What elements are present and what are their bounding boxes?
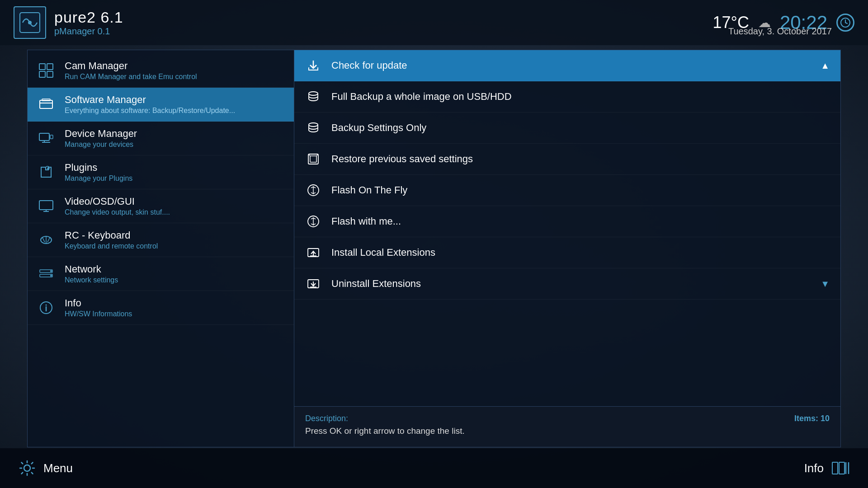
svg-point-1 — [28, 21, 32, 24]
info-title: Info — [65, 297, 132, 309]
device-manager-text: Device Manager Manage your devices — [65, 128, 137, 149]
desc-items: Items: 10 — [794, 414, 830, 423]
svg-rect-17 — [39, 201, 53, 210]
right-item-full-backup[interactable]: Full Backup a whole image on USB/HDD — [294, 81, 840, 113]
check-update-label: Check for update — [331, 60, 407, 71]
cam-manager-text: Cam Manager Run CAM Manager and take Emu… — [65, 60, 197, 81]
uninstall-ext-icon — [305, 276, 321, 292]
header-left: pure2 6.1 pManager 0.1 — [14, 6, 123, 39]
footer-menu-label: Menu — [43, 461, 73, 475]
svg-point-27 — [50, 275, 52, 277]
download-icon — [305, 57, 321, 74]
svg-rect-50 — [839, 462, 844, 474]
sidebar-item-plugins[interactable]: Plugins Manage your Plugins — [28, 155, 294, 189]
main-content: Cam Manager Run CAM Manager and take Emu… — [27, 50, 841, 447]
svg-rect-6 — [47, 64, 53, 70]
app-title: pure2 6.1 pManager 0.1 — [54, 9, 123, 37]
right-item-flash-fly[interactable]: Flash On The Fly — [294, 175, 840, 206]
uninstall-ext-label: Uninstall Extensions — [331, 278, 421, 290]
right-item-check-update[interactable]: Check for update ▲ — [294, 50, 840, 81]
svg-rect-49 — [832, 462, 838, 474]
info-text: Info HW/SW Informations — [65, 297, 132, 318]
flash-fly-icon — [305, 182, 321, 198]
desc-items-count: 10 — [821, 414, 830, 423]
device-manager-icon — [37, 129, 56, 148]
svg-rect-35 — [310, 156, 316, 162]
flash-me-label: Flash with me... — [331, 216, 401, 227]
backup-settings-label: Backup Settings Only — [331, 122, 426, 134]
software-manager-title: Software Manager — [65, 94, 235, 106]
svg-rect-8 — [47, 71, 53, 77]
svg-point-32 — [309, 92, 318, 95]
rc-keyboard-icon — [37, 230, 56, 249]
plugins-title: Plugins — [65, 162, 132, 174]
description-bar: Description: Items: 10 Press OK or right… — [294, 406, 840, 447]
video-osd-icon — [37, 197, 56, 216]
right-item-flash-me[interactable]: Flash with me... — [294, 206, 840, 237]
software-manager-icon — [37, 95, 56, 114]
video-osd-title: Video/OSD/GUI — [65, 196, 170, 207]
svg-rect-9 — [40, 100, 52, 108]
svg-line-23 — [47, 238, 50, 242]
flash-fly-label: Flash On The Fly — [331, 184, 407, 196]
svg-point-26 — [50, 270, 52, 272]
sidebar-item-device-manager[interactable]: Device Manager Manage your devices — [28, 122, 294, 155]
install-ext-label: Install Local Extensions — [331, 247, 435, 258]
sidebar-item-info[interactable]: Info HW/SW Informations — [28, 291, 294, 325]
right-item-install-ext[interactable]: Install Local Extensions — [294, 237, 840, 268]
plugins-icon — [37, 163, 56, 182]
rc-keyboard-desc: Keyboard and remote control — [65, 242, 158, 250]
footer-info-label: Info — [804, 461, 824, 475]
device-manager-title: Device Manager — [65, 128, 137, 140]
full-backup-label: Full Backup a whole image on USB/HDD — [331, 91, 512, 103]
rc-keyboard-text: RC - Keyboard Keyboard and remote contro… — [65, 230, 158, 250]
clock-icon — [836, 14, 854, 32]
software-manager-text: Software Manager Everything about softwa… — [65, 94, 235, 115]
right-panel: Check for update ▲ Full Backup a whole i… — [294, 50, 841, 447]
sidebar-item-cam-manager[interactable]: Cam Manager Run CAM Manager and take Emu… — [28, 54, 294, 88]
device-manager-desc: Manage your devices — [65, 141, 137, 149]
software-manager-desc: Everything about software: Backup/Restor… — [65, 107, 235, 115]
sidebar-item-rc-keyboard[interactable]: RC - Keyboard Keyboard and remote contro… — [28, 223, 294, 257]
restore-label: Restore previous saved settings — [331, 153, 473, 165]
footer-info-button[interactable]: Info — [804, 459, 850, 478]
check-update-arrow-up: ▲ — [821, 61, 830, 71]
network-text: Network Network settings — [65, 263, 118, 284]
header: pure2 6.1 pManager 0.1 17°C ☁ 20:22 Tues… — [0, 0, 868, 45]
info-menu-icon — [37, 298, 56, 317]
app-name: pure2 6.1 — [54, 9, 123, 26]
desc-text: Press OK or right arrow to change the li… — [305, 426, 830, 436]
right-item-restore[interactable]: Restore previous saved settings — [294, 144, 840, 175]
cam-manager-title: Cam Manager — [65, 60, 197, 72]
svg-rect-5 — [39, 64, 45, 70]
plugins-desc: Manage your Plugins — [65, 174, 132, 183]
video-osd-desc: Change video output, skin stuf.... — [65, 208, 170, 216]
cam-manager-icon — [37, 61, 56, 80]
svg-point-48 — [24, 465, 30, 471]
desc-items-prefix: Items: — [794, 414, 818, 423]
network-desc: Network settings — [65, 276, 118, 284]
left-menu: Cam Manager Run CAM Manager and take Emu… — [27, 50, 294, 447]
sidebar-item-video-osd[interactable]: Video/OSD/GUI Change video output, skin … — [28, 189, 294, 223]
right-item-backup-settings[interactable]: Backup Settings Only — [294, 113, 840, 144]
svg-rect-7 — [39, 71, 45, 77]
info-desc: HW/SW Informations — [65, 310, 132, 318]
restore-icon — [305, 151, 321, 167]
desc-header: Description: Items: 10 — [305, 414, 830, 423]
desc-label: Description: — [305, 414, 348, 423]
footer: Menu Info — [0, 448, 868, 488]
video-osd-text: Video/OSD/GUI Change video output, skin … — [65, 196, 170, 216]
flash-me-icon — [305, 213, 321, 230]
gear-icon — [18, 459, 36, 477]
network-icon — [37, 264, 56, 283]
sidebar-item-network[interactable]: Network Network settings — [28, 257, 294, 291]
network-title: Network — [65, 263, 118, 275]
svg-line-21 — [42, 238, 45, 242]
right-item-uninstall-ext[interactable]: Uninstall Extensions ▼ — [294, 268, 840, 300]
cam-manager-desc: Run CAM Manager and take Emu control — [65, 73, 197, 81]
footer-menu-button[interactable]: Menu — [18, 459, 73, 477]
app-logo — [14, 6, 46, 39]
sidebar-item-software-manager[interactable]: Software Manager Everything about softwa… — [28, 88, 294, 122]
svg-line-4 — [845, 23, 847, 23]
right-list: Check for update ▲ Full Backup a whole i… — [294, 50, 840, 406]
